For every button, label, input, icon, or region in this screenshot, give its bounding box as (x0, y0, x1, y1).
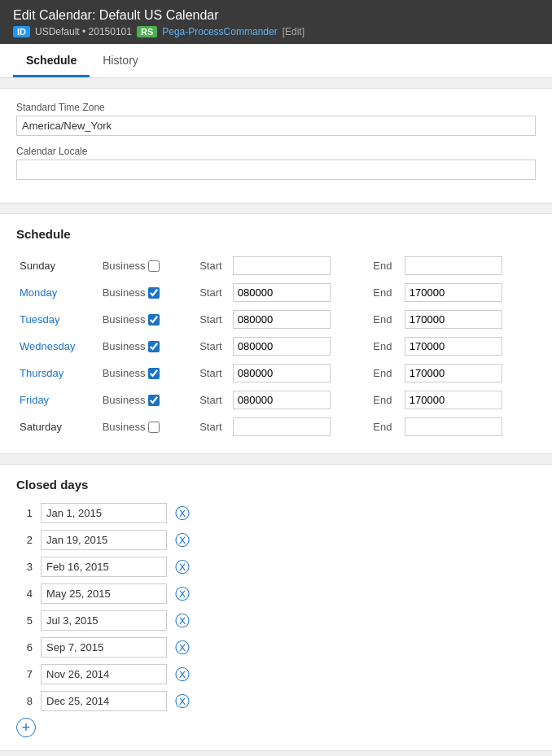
closed-day-row: 7 ⓧ (16, 664, 536, 684)
start-input-friday[interactable] (233, 391, 331, 409)
closed-day-input-7[interactable] (41, 664, 167, 684)
remove-closed-day-button-5[interactable]: ⓧ (175, 614, 190, 628)
schedule-row: Monday Business Start End (16, 279, 536, 306)
locale-label: Calendar Locale (16, 146, 536, 157)
business-checkbox-thursday[interactable] (148, 368, 160, 379)
locale-input[interactable] (16, 160, 536, 180)
page-title: Edit Calendar: Default US Calendar (13, 8, 539, 23)
tab-history[interactable]: History (90, 44, 151, 77)
closed-day-input-2[interactable] (41, 530, 167, 550)
schedule-business-cell: Business (99, 306, 192, 333)
business-checkbox-monday[interactable] (148, 287, 160, 299)
closed-day-row: 6 ⓧ (16, 637, 536, 658)
closed-day-row: 5 ⓧ (16, 610, 536, 631)
closed-day-input-1[interactable] (41, 503, 167, 523)
end-label: End (364, 333, 401, 360)
start-input-saturday[interactable] (233, 417, 331, 436)
start-input-cell (230, 279, 364, 306)
schedule-day-monday: Monday (16, 279, 99, 306)
end-label: End (364, 279, 401, 306)
start-input-monday[interactable] (233, 283, 331, 302)
start-input-sunday[interactable] (233, 256, 331, 275)
schedule-row: Friday Business Start End (16, 387, 536, 413)
closed-day-num: 7 (16, 668, 33, 680)
schedule-row: Thursday Business Start End (16, 360, 536, 387)
schedule-day-thursday: Thursday (16, 360, 99, 387)
id-badge: ID (13, 26, 30, 37)
start-input-cell (230, 306, 364, 333)
timezone-card: Standard Time Zone Calendar Locale (0, 88, 552, 203)
schedule-row: Sunday Business Start End (16, 252, 536, 279)
closed-day-num: 1 (16, 507, 33, 519)
remove-closed-day-button-1[interactable]: ⓧ (175, 506, 190, 521)
end-input-cell (401, 387, 536, 413)
closed-day-input-5[interactable] (41, 610, 167, 631)
start-label: Start (192, 387, 230, 413)
closed-day-row: 4 ⓧ (16, 583, 536, 604)
closed-day-num: 6 (16, 641, 33, 653)
business-checkbox-tuesday[interactable] (148, 314, 160, 326)
remove-closed-day-button-6[interactable]: ⓧ (175, 640, 190, 655)
remove-closed-day-button-3[interactable]: ⓧ (175, 560, 190, 575)
schedule-day-wednesday: Wednesday (16, 333, 99, 360)
schedule-business-cell: Business (99, 413, 192, 440)
remove-closed-day-button-4[interactable]: ⓧ (175, 587, 190, 601)
end-input-tuesday[interactable] (405, 310, 502, 329)
closed-day-num: 8 (16, 695, 33, 707)
end-input-friday[interactable] (405, 391, 502, 409)
remove-closed-day-button-2[interactable]: ⓧ (175, 533, 190, 548)
page-header: Edit Calendar: Default US Calendar ID US… (0, 0, 552, 44)
end-input-sunday[interactable] (405, 256, 502, 275)
remove-closed-day-button-8[interactable]: ⓧ (175, 694, 190, 709)
end-input-cell (401, 306, 536, 333)
start-input-thursday[interactable] (233, 364, 331, 382)
end-label: End (364, 387, 401, 413)
closed-day-row: 1 ⓧ (16, 503, 536, 523)
end-input-saturday[interactable] (405, 417, 502, 436)
closed-day-num: 2 (16, 534, 33, 546)
schedule-business-cell: Business (99, 279, 192, 306)
closed-day-input-4[interactable] (41, 583, 167, 604)
schedule-business-cell: Business (99, 252, 192, 279)
start-input-cell (230, 387, 364, 413)
timezone-input[interactable] (16, 116, 536, 136)
end-input-wednesday[interactable] (405, 337, 502, 356)
closed-day-input-3[interactable] (41, 557, 167, 577)
business-checkbox-saturday[interactable] (148, 422, 160, 433)
schedule-table: Sunday Business Start End Monday Busines… (16, 252, 536, 440)
tab-schedule[interactable]: Schedule (13, 44, 90, 77)
closed-days-card: Closed days 1 ⓧ 2 ⓧ 3 ⓧ 4 ⓧ 5 ⓧ 6 ⓧ 7 ⓧ … (0, 464, 552, 751)
main-content: Standard Time Zone Calendar Locale Sched… (0, 88, 552, 751)
closed-day-row: 2 ⓧ (16, 530, 536, 550)
start-input-cell (230, 333, 364, 360)
end-input-cell (401, 252, 536, 279)
start-input-cell (230, 413, 364, 440)
header-meta: ID USDefault • 20150101 RS Pega-ProcessC… (13, 26, 539, 37)
start-label: Start (192, 360, 230, 387)
closed-day-input-6[interactable] (41, 637, 167, 658)
end-input-thursday[interactable] (405, 364, 502, 382)
add-closed-day-button[interactable]: + (16, 718, 36, 737)
tab-bar: Schedule History (0, 44, 552, 78)
start-input-wednesday[interactable] (233, 337, 331, 356)
closed-days-title: Closed days (16, 478, 536, 492)
timezone-label: Standard Time Zone (16, 102, 536, 113)
business-checkbox-sunday[interactable] (148, 260, 160, 272)
remove-closed-day-button-7[interactable]: ⓧ (175, 667, 190, 682)
end-label: End (364, 360, 401, 387)
edit-link[interactable]: [Edit] (283, 26, 304, 37)
business-checkbox-wednesday[interactable] (148, 341, 160, 352)
schedule-day-sunday: Sunday (16, 252, 99, 279)
end-input-cell (401, 360, 536, 387)
end-input-monday[interactable] (405, 283, 502, 302)
start-label: Start (192, 306, 230, 333)
closed-day-num: 4 (16, 588, 33, 600)
schedule-business-cell: Business (99, 360, 192, 387)
rs-link[interactable]: Pega-ProcessCommander (162, 26, 277, 37)
locale-field-group: Calendar Locale (16, 146, 536, 180)
schedule-title: Schedule (16, 227, 536, 241)
business-checkbox-friday[interactable] (148, 395, 160, 406)
start-input-tuesday[interactable] (233, 310, 331, 329)
closed-day-input-8[interactable] (41, 691, 167, 711)
closed-day-row: 3 ⓧ (16, 557, 536, 577)
